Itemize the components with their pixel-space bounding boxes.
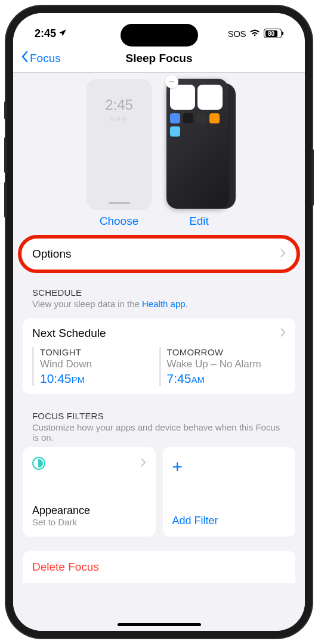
lock-screen-preview[interactable]: 2:45 ○○○ xyxy=(87,79,152,210)
chevron-right-icon xyxy=(280,247,286,261)
edit-button[interactable]: Edit xyxy=(189,215,209,228)
schedule-sub-prefix: View your sleep data in the xyxy=(32,299,142,309)
chevron-right-icon xyxy=(141,458,146,469)
tomorrow-label: TOMORROW xyxy=(167,347,286,357)
status-time: 2:45 xyxy=(35,27,56,40)
tonight-time: 10:45PM xyxy=(40,371,159,386)
tonight-label: TONIGHT xyxy=(40,347,159,357)
location-icon xyxy=(58,29,67,39)
schedule-sub-suffix: . xyxy=(186,299,188,309)
volume-up xyxy=(4,137,7,173)
mute-switch xyxy=(4,101,7,119)
schedule-header: SCHEDULE xyxy=(32,287,286,298)
appearance-icon xyxy=(32,457,45,470)
app-icon xyxy=(170,126,180,137)
chevron-right-icon xyxy=(280,328,286,339)
next-schedule-card[interactable]: Next Schedule TONIGHT Wind Down 10:45PM xyxy=(23,318,295,394)
app-icon xyxy=(170,113,180,123)
volume-down xyxy=(4,182,7,218)
schedule-section-header: SCHEDULE View your sleep data in the Hea… xyxy=(13,275,305,314)
tonight-desc: Wind Down xyxy=(40,358,159,370)
plus-icon: + xyxy=(172,457,286,477)
power-button xyxy=(311,149,314,206)
add-filter-label: Add Filter xyxy=(172,515,286,527)
home-indicator[interactable] xyxy=(118,623,201,626)
back-button[interactable]: Focus xyxy=(20,51,61,66)
page-title: Sleep Focus xyxy=(126,52,193,65)
content-area: 2:45 ○○○ Choose − xyxy=(13,73,305,631)
choose-button[interactable]: Choose xyxy=(100,215,139,228)
dynamic-island xyxy=(121,24,198,47)
appearance-sub: Set to Dark xyxy=(32,517,146,527)
preview-time: 2:45 xyxy=(105,97,133,113)
options-row[interactable]: Options xyxy=(23,239,295,270)
appearance-filter-card[interactable]: Appearance Set to Dark xyxy=(23,447,156,537)
home-screen-preview[interactable]: − xyxy=(166,79,232,210)
filters-sub: Customize how your apps and device behav… xyxy=(32,422,286,442)
preview-home-bar xyxy=(109,202,130,204)
filters-section-header: FOCUS FILTERS Customize how your apps an… xyxy=(13,399,305,447)
schedule-title: Next Schedule xyxy=(32,327,106,340)
tonight-column: TONIGHT Wind Down 10:45PM xyxy=(32,347,159,386)
app-icon xyxy=(196,113,206,123)
battery-level: 80 xyxy=(265,30,277,37)
screen-previews: 2:45 ○○○ Choose − xyxy=(13,73,305,233)
chevron-left-icon xyxy=(20,51,29,66)
tomorrow-time: 7:45AM xyxy=(167,371,286,386)
wifi-icon xyxy=(249,27,260,40)
remove-badge[interactable]: − xyxy=(165,75,178,88)
app-icon xyxy=(209,113,220,123)
back-label: Focus xyxy=(30,52,61,65)
screen: 2:45 SOS 80 xyxy=(13,13,305,631)
app-icon xyxy=(183,113,193,123)
filters-header: FOCUS FILTERS xyxy=(32,411,286,421)
preview-dots: ○○○ xyxy=(110,114,128,123)
battery-indicator: 80 xyxy=(264,29,283,38)
widget-icon xyxy=(170,85,195,110)
options-label: Options xyxy=(32,247,71,261)
delete-label: Delete Focus xyxy=(32,561,99,573)
sos-indicator: SOS xyxy=(228,29,246,39)
tomorrow-column: TOMORROW Wake Up – No Alarm 7:45AM xyxy=(159,347,286,386)
add-filter-card[interactable]: + Add Filter xyxy=(163,447,296,537)
navigation-bar: Focus Sleep Focus xyxy=(13,44,305,73)
widget-icon xyxy=(197,85,223,110)
appearance-title: Appearance xyxy=(32,504,146,517)
health-app-link[interactable]: Health app xyxy=(142,299,186,309)
tomorrow-desc: Wake Up – No Alarm xyxy=(167,358,286,370)
delete-focus-button[interactable]: Delete Focus xyxy=(23,551,295,583)
phone-frame: 2:45 SOS 80 xyxy=(6,6,312,638)
